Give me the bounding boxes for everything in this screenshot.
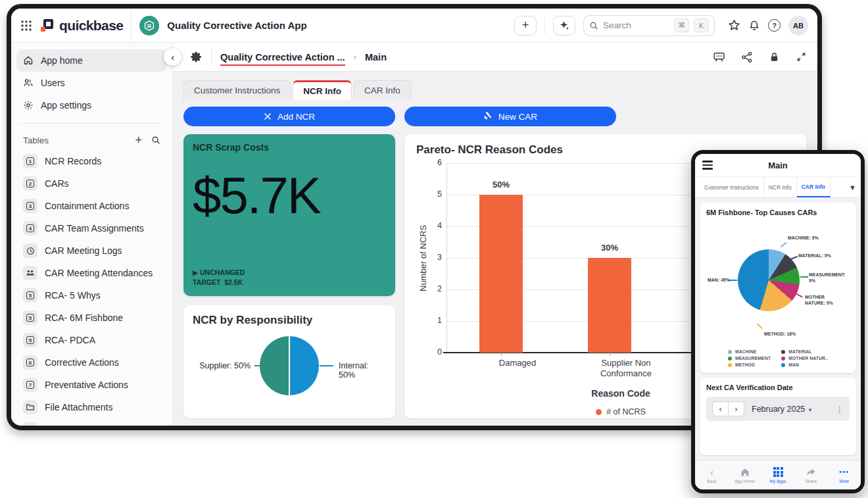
app-icon[interactable]	[139, 16, 159, 36]
table-label: RCA- 5 Whys	[45, 290, 101, 301]
leader-line	[800, 276, 808, 278]
sidebar-table-rca-5-whys[interactable]: 5RCA- 5 Whys	[16, 284, 167, 307]
mobile-nav-more[interactable]: •••More	[828, 461, 861, 489]
legend-label: MATERIAL	[788, 349, 811, 354]
kebab-menu-icon[interactable]: ⋮	[836, 405, 844, 414]
mobile-nav-share[interactable]: Share	[794, 461, 827, 489]
divider	[131, 9, 132, 42]
users-icon	[23, 78, 34, 88]
legend-dot	[781, 363, 785, 367]
new-car-button[interactable]: New CAR	[404, 107, 616, 126]
legend-label: # of NCRS	[606, 407, 646, 416]
notifications-bell-icon[interactable]	[748, 20, 760, 32]
users-group-icon	[23, 266, 37, 280]
new-car-label: New CAR	[498, 112, 537, 122]
calendar-prev-button[interactable]: ‹	[712, 401, 729, 416]
sidebar-table-suppliers[interactable]: Suppliers	[16, 418, 167, 426]
x-label-damaged: Damaged	[468, 358, 567, 368]
apps-grid-icon	[773, 467, 783, 478]
pie-ncr-responsibility[interactable]	[260, 336, 319, 395]
mobile-tab-ncr-info[interactable]: NCR Info	[764, 177, 797, 197]
chevron-down-icon[interactable]: ▼	[849, 184, 856, 191]
table-number-5-icon: 5	[23, 311, 37, 325]
sidebar-table-rca-pdca[interactable]: 5RCA- PDCA	[16, 329, 167, 351]
tab-car-info[interactable]: CAR Info	[354, 80, 411, 100]
mobile-tab-car-info[interactable]: CAR Info	[797, 177, 831, 197]
kpi-value: $5.7K	[193, 170, 386, 221]
mobile-nav-back[interactable]: ‹Back	[695, 461, 728, 489]
ai-sparkle-button[interactable]	[553, 16, 575, 36]
lock-icon[interactable]	[769, 51, 780, 62]
legend-item-machine: MACHINE	[728, 349, 771, 354]
mobile-bottom-nav: ‹BackApp HomeMy AppsShare•••More	[695, 460, 861, 489]
page-settings-gear-icon[interactable]	[190, 51, 203, 63]
table-label: Corrective Actions	[45, 357, 119, 368]
sidebar-table-file-attachments[interactable]: File Attachments	[16, 396, 167, 418]
table-number-3-icon: 3	[23, 199, 37, 213]
sidebar-table-rca-6m-fishbone[interactable]: 5RCA- 6M Fishbone	[16, 307, 167, 329]
card-6m-fishbone: 6M Fishbone- Top Causes CARs MACHINE: 9%…	[700, 203, 856, 373]
app-switcher-grid-icon[interactable]	[20, 20, 32, 32]
y-tick-1: 1	[437, 316, 442, 325]
pie-label-material: MATERIAL: 9%	[798, 253, 844, 259]
calendar-month-selector[interactable]: February 2025 ▾	[752, 405, 811, 414]
sidebar-item-users[interactable]: Users	[16, 72, 167, 94]
kpi-title: NCR Scrap Costs	[193, 142, 386, 153]
search-input[interactable]: Search ⌘ K	[583, 15, 715, 36]
present-icon[interactable]	[713, 51, 725, 63]
quickbase-logo[interactable]: quickbase	[40, 18, 123, 34]
sidebar-table-cars[interactable]: 2CARs	[16, 172, 167, 195]
pie-label-measurement: MEASUREMENT: 9%	[809, 272, 850, 284]
tab-ncr-info[interactable]: NCR Info	[293, 80, 352, 100]
sidebar-table-car-meeting-attendances[interactable]: CAR Meeting Attendances	[16, 262, 167, 284]
table-label: CAR Meeting Logs	[45, 245, 122, 256]
sidebar-item-app-home[interactable]: App home	[16, 49, 167, 72]
calendar-next-button[interactable]: ›	[728, 401, 744, 416]
divider	[211, 49, 212, 66]
bar-supplier-non-conformance[interactable]	[588, 258, 631, 353]
bar-damaged[interactable]	[479, 195, 523, 353]
sidebar: App home Users App settings Tables + 1NC…	[11, 43, 173, 426]
responsibility-pie-chart: Supplier: 50% Internal: 50%	[193, 328, 386, 409]
mobile-nav-app-home[interactable]: App Home	[728, 461, 761, 489]
favorites-star-icon[interactable]	[728, 19, 740, 32]
mobile-nav-label: My Apps	[770, 479, 786, 484]
mobile-tab-customer-instructions[interactable]: Customer Instructions	[700, 177, 764, 197]
search-icon	[589, 21, 598, 30]
sidebar-table-ncr-records[interactable]: 1NCR Records	[16, 150, 167, 172]
bar-value-label: 30%	[583, 243, 636, 253]
search-placeholder: Search	[603, 20, 669, 30]
add-table-icon[interactable]: +	[135, 134, 142, 146]
sidebar-table-preventative-actions[interactable]: 7Preventative Actions	[16, 374, 167, 396]
share-icon[interactable]	[741, 51, 753, 63]
table-number-4-icon: 4	[23, 221, 37, 236]
table-number-7-icon: 7	[23, 378, 37, 392]
sidebar-table-corrective-actions[interactable]: 6Corrective Actions	[16, 351, 167, 374]
fullscreen-icon[interactable]	[796, 51, 807, 62]
legend-item-method: METHOD	[728, 362, 771, 367]
new-button[interactable]: +	[514, 16, 537, 36]
mobile-nav-my-apps[interactable]: My Apps	[761, 461, 794, 489]
sidebar-table-car-meeting-logs[interactable]: CAR Meeting Logs	[16, 239, 167, 262]
pie-label-machine: MACHINE: 9%	[788, 235, 834, 241]
legend-dot	[781, 350, 785, 354]
tab-customer-instructions[interactable]: Customer Instructions	[183, 80, 291, 100]
sidebar-item-app-settings[interactable]: App settings	[16, 94, 167, 116]
mobile-preview-window: Main Customer Instructions NCR Info CAR …	[691, 150, 865, 493]
legend-dot	[781, 357, 785, 361]
add-ncr-button[interactable]: Add NCR	[183, 107, 395, 126]
search-tables-icon[interactable]	[151, 136, 160, 145]
dashboard-tabs: Customer Instructions NCR Info CAR Info	[183, 80, 807, 100]
user-avatar[interactable]: AB	[788, 16, 808, 36]
legend-dot	[728, 363, 732, 367]
leader-line	[781, 242, 787, 247]
ellipsis-icon: •••	[839, 467, 849, 478]
help-icon[interactable]: ?	[768, 19, 781, 32]
x-label-supplier-non-conformance: Supplier Non Conformance	[577, 358, 675, 380]
sidebar-collapse-button[interactable]: ‹	[164, 48, 181, 66]
sidebar-table-car-team-assignments[interactable]: 4CAR Team Assignments	[16, 217, 167, 239]
kpi-card-ncr-scrap-costs[interactable]: NCR Scrap Costs $5.7K ▶ UNCHANGED TARGET…	[183, 134, 395, 296]
legend-item-measurement: MEASUREMENT	[728, 356, 771, 361]
breadcrumb-app-link[interactable]: Quality Corrective Action ...	[220, 52, 345, 66]
sidebar-table-containment-actions[interactable]: 3Containment Actions	[16, 195, 167, 217]
